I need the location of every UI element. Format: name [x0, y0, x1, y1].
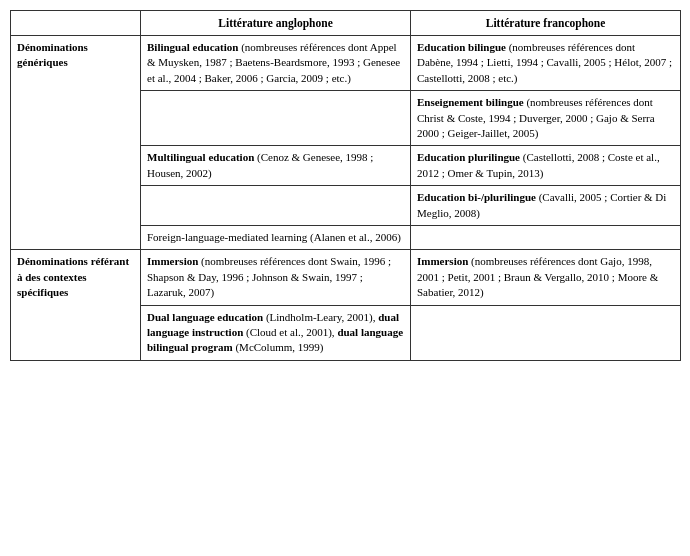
section-header: Dénominations génériques	[11, 36, 141, 250]
cell-francophone: Education bilingue (nombreuses référence…	[411, 36, 681, 91]
cell-francophone	[411, 305, 681, 360]
cell-anglophone	[141, 186, 411, 226]
cell-francophone: Enseignement bilingue (nombreuses référe…	[411, 91, 681, 146]
header-empty	[11, 11, 141, 36]
cell-anglophone: Bilingual education (nombreuses référenc…	[141, 36, 411, 91]
cell-anglophone: Dual language education (Lindholm-Leary,…	[141, 305, 411, 360]
cell-francophone: Immersion (nombreuses références dont Ga…	[411, 250, 681, 305]
cell-anglophone: Multilingual education (Cenoz & Genesee,…	[141, 146, 411, 186]
section-header: Dénominations référant à des contextes s…	[11, 250, 141, 360]
cell-anglophone: Immersion (nombreuses références dont Sw…	[141, 250, 411, 305]
header-francophone: Littérature francophone	[411, 11, 681, 36]
cell-anglophone	[141, 91, 411, 146]
header-anglophone: Littérature anglophone	[141, 11, 411, 36]
cell-francophone	[411, 226, 681, 250]
cell-francophone: Education bi-/plurilingue (Cavalli, 2005…	[411, 186, 681, 226]
cell-francophone: Education plurilingue (Castellotti, 2008…	[411, 146, 681, 186]
main-table: Littérature anglophone Littérature franc…	[10, 10, 681, 361]
cell-anglophone: Foreign-language-mediated learning (Alan…	[141, 226, 411, 250]
